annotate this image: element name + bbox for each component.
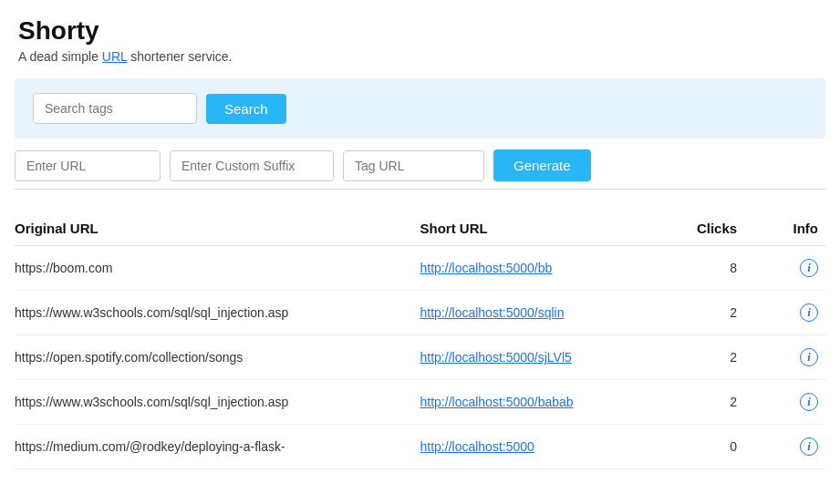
header: Shorty A dead simple URL shortener servi…	[0, 0, 840, 67]
short-url-cell: http://localhost:5000/sqlin	[420, 291, 664, 335]
clicks-cell: 2	[663, 380, 744, 425]
short-url-link[interactable]: http://localhost:5000/sqlin	[420, 305, 565, 320]
short-url-cell: http://localhost:5000/babab	[420, 380, 664, 425]
info-icon[interactable]: i	[800, 348, 818, 366]
divider	[15, 189, 825, 190]
table-row: https://www.w3schools.com/sql/sql_inject…	[15, 291, 825, 335]
url-highlight: URL	[102, 49, 128, 64]
short-url-link[interactable]: http://localhost:5000/sjLVl5	[420, 350, 572, 365]
col-header-clicks: Clicks	[663, 211, 744, 246]
table-row: https://medium.com/@rodkey/deploying-a-f…	[15, 425, 825, 469]
col-header-info: Info	[744, 211, 825, 246]
table-row: https://www.w3schools.com/sql/sql_inject…	[15, 380, 825, 425]
short-url-link[interactable]: http://localhost:5000	[420, 439, 534, 454]
short-url-link[interactable]: http://localhost:5000/babab	[420, 395, 574, 409]
short-url-link[interactable]: http://localhost:5000/bb	[420, 261, 553, 275]
original-url-cell: https://open.spotify.com/collection/song…	[15, 335, 420, 380]
search-tags-input[interactable]	[33, 93, 197, 124]
generate-button[interactable]: Generate	[493, 149, 591, 181]
short-url-cell: http://localhost:5000	[420, 425, 664, 469]
original-url-cell: https://boom.com	[15, 246, 420, 291]
clicks-cell: 2	[663, 291, 744, 335]
info-cell: i	[744, 425, 825, 469]
table-row: https://open.spotify.com/collection/song…	[15, 335, 825, 380]
custom-suffix-input[interactable]	[170, 150, 334, 181]
info-cell: i	[744, 380, 825, 425]
clicks-cell: 8	[663, 246, 744, 291]
tag-url-input[interactable]	[343, 150, 484, 181]
app-subtitle: A dead simple URL shortener service.	[18, 49, 822, 64]
col-header-original-url: Original URL	[15, 211, 420, 246]
info-icon[interactable]: i	[800, 303, 818, 322]
info-icon[interactable]: i	[800, 393, 818, 411]
search-section: Search	[15, 78, 825, 139]
short-url-cell: http://localhost:5000/sjLVl5	[420, 335, 664, 380]
info-cell: i	[744, 335, 825, 380]
app-title: Shorty	[18, 16, 822, 46]
original-url-cell: https://www.w3schools.com/sql/sql_inject…	[15, 291, 420, 335]
clicks-cell: 2	[663, 335, 744, 380]
info-cell: i	[744, 246, 825, 291]
table-row: https://boom.comhttp://localhost:5000/bb…	[15, 246, 825, 291]
col-header-short-url: Short URL	[420, 211, 664, 246]
clicks-cell: 0	[663, 425, 744, 469]
original-url-cell: https://www.w3schools.com/sql/sql_inject…	[15, 380, 420, 425]
info-cell: i	[744, 291, 825, 335]
search-button[interactable]: Search	[206, 94, 286, 124]
info-icon[interactable]: i	[800, 259, 818, 277]
enter-url-input[interactable]	[15, 150, 161, 181]
original-url-cell: https://medium.com/@rodkey/deploying-a-f…	[15, 425, 420, 469]
urls-table: Original URL Short URL Clicks Info https…	[15, 211, 825, 469]
table-section: Original URL Short URL Clicks Info https…	[0, 199, 840, 469]
url-form-section: Generate	[0, 149, 840, 181]
short-url-cell: http://localhost:5000/bb	[420, 246, 664, 291]
info-icon[interactable]: i	[800, 437, 818, 456]
